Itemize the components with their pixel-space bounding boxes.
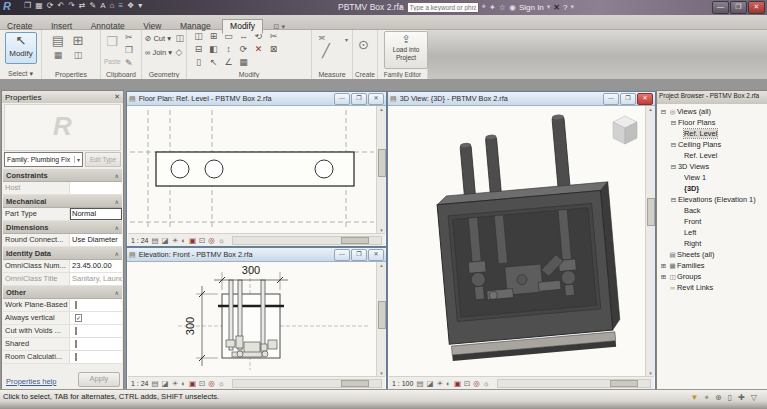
temporary-hide-isolate-icon[interactable]: ◎ <box>208 236 215 245</box>
elevation-title-bar[interactable]: ▤ Elevation: Front - PBTMV Box 2.rfa — ❐… <box>127 248 386 262</box>
horizontal-scrollbar[interactable] <box>232 379 382 388</box>
checkbox[interactable] <box>75 327 77 335</box>
revit-app-menu-icon[interactable]: R <box>3 0 11 12</box>
paste-icon[interactable]: ❒ <box>106 34 118 49</box>
property-row-cut-with-voids[interactable]: Cut with Voids ... <box>3 325 122 338</box>
measure-ruler-icon[interactable]: ╱ <box>322 43 330 58</box>
crop-view-icon[interactable]: ▣ <box>454 379 461 388</box>
vertical-scrollbar[interactable]: ▴ ▾ <box>645 106 655 376</box>
checkbox[interactable] <box>75 340 77 348</box>
wall-joins-icon[interactable]: ◇ <box>175 47 184 58</box>
modify-tool-button[interactable]: ↖ Modify <box>5 32 37 64</box>
floor-plan-title-bar[interactable]: ▤ Floor Plan: Ref. Level - PBTMV Box 2.r… <box>127 92 386 106</box>
default-3d-view-icon[interactable]: ⌂ <box>110 1 115 10</box>
dimension-horizontal[interactable]: 300 <box>242 264 260 276</box>
3d-view-canvas[interactable] <box>389 106 646 376</box>
property-row-always-vertical[interactable]: Always vertical✓ <box>3 312 122 325</box>
detail-level-icon[interactable]: ▤ <box>152 379 159 388</box>
create-similar-icon[interactable]: ⊙ <box>358 37 369 52</box>
save-icon[interactable]: ▦ <box>35 1 43 10</box>
scale-button[interactable]: 1 : 24 <box>131 380 149 387</box>
scrollbar-thumb[interactable] <box>647 198 655 226</box>
split-icon[interactable]: ✂ <box>266 31 281 44</box>
minimize-button[interactable]: — <box>334 249 350 261</box>
visual-style-icon[interactable]: ◪ <box>427 379 434 388</box>
property-row-shared[interactable]: Shared <box>3 338 122 351</box>
restore-button[interactable]: ❐ <box>351 249 367 261</box>
property-row-round-connector[interactable]: Round Connect...Use Diameter <box>3 234 122 247</box>
property-row-room-calculation[interactable]: Room Calculati... <box>3 351 122 364</box>
type-selector-arrow-icon[interactable]: ▾ <box>74 156 80 163</box>
scroll-up-icon[interactable]: ▴ <box>377 262 386 268</box>
switch-windows-icon[interactable]: ❖ <box>127 1 134 10</box>
type-selector-dropdown[interactable]: Family: Plumbing Fix ▾ <box>4 152 83 167</box>
collapse-icon[interactable]: ∧ <box>115 172 119 179</box>
angle-icon[interactable]: ∠ <box>221 57 236 70</box>
tab-annotate[interactable]: Annotate <box>84 20 132 33</box>
detail-level-icon[interactable]: ▤ <box>416 379 423 388</box>
sign-in-person-icon[interactable]: ◉ <box>509 3 516 12</box>
search-icon[interactable]: ⌖ <box>482 2 487 12</box>
minimize-button[interactable]: — <box>334 93 350 105</box>
collapse-node-icon[interactable]: ⊟ <box>669 141 678 149</box>
design-options-icon[interactable]: ⊕ <box>715 393 722 403</box>
apply-button[interactable]: Apply <box>78 372 120 387</box>
sign-in-dropdown-icon[interactable]: ▾ <box>547 3 551 11</box>
collapse-node-icon[interactable]: ⊟ <box>669 196 678 204</box>
expand-node-icon[interactable]: ⊞ <box>659 273 668 281</box>
section-constraints[interactable]: Constraints∧ <box>3 169 122 182</box>
show-crop-region-icon[interactable]: ⊡ <box>464 379 470 388</box>
project-browser-header[interactable]: Project Browser - PBTMV Box 2.rfa <box>657 91 767 104</box>
property-row-omniclass-number[interactable]: OmniClass Num...23.45.00.00 <box>3 260 122 273</box>
scale-button[interactable]: 1 : 100 <box>392 380 413 387</box>
load-into-project-button[interactable]: ⇪ Load into Project <box>384 31 428 69</box>
beam-cope-icon[interactable]: ◫ <box>175 33 184 44</box>
temporary-hide-isolate-icon[interactable]: ◎ <box>473 379 480 388</box>
join-button[interactable]: ∞ Join ▾ <box>145 48 172 57</box>
properties-help-link[interactable]: Properties help <box>6 377 56 386</box>
tab-create[interactable]: Create <box>0 20 40 33</box>
crop-view-icon[interactable]: ▣ <box>189 379 196 388</box>
help-icon[interactable]: ? <box>563 3 567 12</box>
reveal-hidden-elements-icon[interactable]: ☼ <box>218 236 225 245</box>
close-button[interactable]: ✕ <box>748 1 765 14</box>
tree-item-views[interactable]: ⊟◎Views (all) <box>657 106 767 117</box>
transfer-icon[interactable]: ⇄ <box>79 1 86 10</box>
section-identity-data[interactable]: Identity Data∧ <box>3 247 122 260</box>
open-icon[interactable]: ❐ <box>24 1 31 10</box>
minimize-button[interactable]: — <box>712 1 729 14</box>
selection-filter-icon[interactable]: ▽ <box>751 393 757 403</box>
tree-item-right[interactable]: Right <box>657 238 767 249</box>
restore-button[interactable]: ❐ <box>620 93 636 105</box>
thin-lines-icon[interactable]: ≡ <box>118 1 123 10</box>
crop-view-icon[interactable]: ▣ <box>189 236 196 245</box>
collapse-icon[interactable]: ∧ <box>115 224 119 231</box>
scale-button[interactable]: 1 : 24 <box>131 237 149 244</box>
expand-node-icon[interactable]: ⊞ <box>659 262 668 270</box>
family-types-icon[interactable]: ⊞ <box>68 33 88 50</box>
scrollbar-thumb[interactable] <box>378 149 386 177</box>
tree-item-revit-links[interactable]: ∞Revit Links <box>657 282 767 293</box>
visual-style-icon[interactable]: ◪ <box>162 379 169 388</box>
minimize-button[interactable]: — <box>603 93 619 105</box>
checkbox-checked[interactable]: ✓ <box>75 314 82 322</box>
checkbox[interactable] <box>75 353 77 361</box>
shadows-icon[interactable]: ◐ <box>446 379 451 388</box>
tree-item-ref-level-ceiling[interactable]: Ref. Level <box>657 150 767 161</box>
offset-icon[interactable]: ⊟ <box>191 44 206 57</box>
align-icon[interactable]: ↕ <box>221 44 236 57</box>
search-input[interactable] <box>407 2 479 13</box>
sync-icon[interactable]: ⟳ <box>47 1 54 10</box>
sun-path-icon[interactable]: ☀ <box>437 379 444 388</box>
unpin-icon[interactable]: ▯ <box>191 57 206 70</box>
match-type-icon[interactable]: ✎ <box>125 58 133 69</box>
show-crop-region-icon[interactable]: ⊡ <box>199 236 205 245</box>
clipboard-cut-icon[interactable]: ✂ <box>125 32 133 43</box>
tab-manage[interactable]: Manage <box>173 20 218 33</box>
scrollbar-thumb[interactable] <box>341 237 369 244</box>
delete-icon[interactable]: ✕ <box>251 44 266 57</box>
qat-dropdown-icon[interactable]: ▾ <box>138 1 142 10</box>
measure-icon[interactable]: ✎ <box>90 1 97 10</box>
text-icon[interactable]: A <box>100 1 105 10</box>
collapse-node-icon[interactable]: ⊟ <box>669 163 678 171</box>
